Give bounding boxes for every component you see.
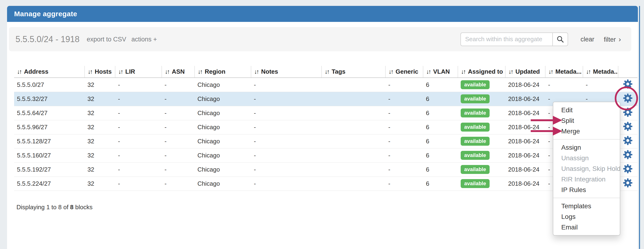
cell-asn: -: [162, 78, 194, 92]
cell-generic: -: [386, 106, 423, 120]
clear-button[interactable]: clear: [580, 36, 594, 43]
gear-icon: [623, 150, 632, 159]
cell-tags: [322, 176, 386, 191]
cell-lir: -: [115, 78, 162, 92]
cell-address: 5.5.5.96/27: [14, 120, 84, 134]
cell-lir: -: [115, 120, 162, 134]
cell-metadata1: -: [545, 78, 583, 92]
cell-generic: -: [386, 120, 423, 134]
row-actions-gear-button[interactable]: [623, 136, 632, 145]
row-actions-gear-button[interactable]: [623, 164, 632, 173]
cell-hosts: 32: [84, 106, 115, 120]
menu-item-logs[interactable]: Logs: [553, 211, 620, 222]
filter-button[interactable]: filter›: [604, 35, 621, 43]
actions-dropdown-button[interactable]: actions +: [132, 36, 157, 43]
column-header-lir[interactable]: ↓↑LIR: [115, 66, 162, 78]
table-row[interactable]: 5.5.5.128/2732--Chicago--6available2018-…: [14, 134, 638, 148]
cell-actions: [618, 106, 638, 120]
column-header-metada[interactable]: ↓↑Metada...: [545, 66, 583, 78]
row-actions-gear-button[interactable]: [623, 93, 632, 103]
table-row[interactable]: 5.5.5.64/2732--Chicago--6available2018-0…: [14, 106, 638, 120]
results-summary: Displaying 1 to 8 of 8 blocks: [16, 203, 92, 211]
column-label: ASN: [172, 68, 185, 75]
menu-item-ip-rules[interactable]: IP Rules: [553, 184, 620, 195]
cell-vlan: 6: [423, 92, 458, 106]
cell-assigned_to: available: [458, 78, 505, 92]
table-row[interactable]: 5.5.5.224/2732--Chicago--6available2018-…: [14, 176, 638, 191]
column-header-actions: [618, 66, 638, 78]
cell-updated: 2018-06-24: [505, 148, 545, 162]
menu-item-merge[interactable]: Merge: [553, 126, 620, 136]
sort-icon: ↓↑: [508, 68, 512, 75]
cell-updated: 2018-06-24: [505, 106, 545, 120]
cell-region: Chicago: [194, 148, 251, 162]
column-label: Region: [205, 68, 226, 75]
sort-icon: ↓↑: [165, 68, 169, 75]
cell-metadata2: -: [583, 78, 618, 92]
cell-vlan: 6: [423, 106, 458, 120]
column-label: Hosts: [95, 68, 112, 75]
sort-icon: ↓↑: [198, 68, 202, 75]
cell-tags: [322, 120, 386, 134]
column-header-updated[interactable]: ↓↑Updated: [505, 66, 545, 78]
table-row[interactable]: 5.5.5.192/2732--Chicago--6available2018-…: [14, 162, 638, 176]
menu-item-edit[interactable]: Edit: [553, 105, 620, 115]
sort-icon: ↓↑: [17, 68, 21, 75]
column-header-assigned-to[interactable]: ↓↑Assigned to: [458, 66, 505, 78]
column-header-asn[interactable]: ↓↑ASN: [162, 66, 194, 78]
sort-icon: ↓↑: [254, 68, 258, 75]
cell-vlan: 6: [423, 176, 458, 191]
sort-icon: ↓↑: [586, 68, 590, 75]
table-row[interactable]: 5.5.5.160/2732--Chicago--6available2018-…: [14, 148, 638, 162]
menu-item-assign[interactable]: Assign: [553, 142, 620, 153]
column-header-metada[interactable]: ↓↑Metada...: [583, 66, 618, 78]
row-actions-gear-button[interactable]: [623, 79, 632, 89]
gear-icon: [623, 79, 632, 89]
row-actions-gear-button[interactable]: [623, 178, 632, 188]
column-header-tags[interactable]: ↓↑Tags: [322, 66, 386, 78]
status-badge: available: [461, 165, 490, 174]
search-input[interactable]: [460, 33, 552, 46]
cell-vlan: 6: [423, 148, 458, 162]
row-actions-gear-button[interactable]: [623, 122, 632, 131]
search-group: [460, 33, 568, 46]
gear-icon: [623, 164, 632, 173]
column-header-vlan[interactable]: ↓↑VLAN: [423, 66, 458, 78]
export-csv-button[interactable]: export to CSV: [87, 36, 126, 43]
cell-generic: -: [386, 162, 423, 176]
cell-updated: 2018-06-24: [505, 120, 545, 134]
cell-generic: -: [386, 148, 423, 162]
cell-lir: -: [115, 134, 162, 148]
column-header-region[interactable]: ↓↑Region: [194, 66, 251, 78]
column-header-notes[interactable]: ↓↑Notes: [251, 66, 322, 78]
cell-asn: -: [162, 92, 194, 106]
menu-item-templates[interactable]: Templates: [553, 201, 620, 211]
cell-notes: -: [251, 92, 322, 106]
table-header-row: ↓↑Address↓↑Hosts↓↑LIR↓↑ASN↓↑Region↓↑Note…: [14, 66, 638, 78]
cell-hosts: 32: [84, 162, 115, 176]
column-header-generic[interactable]: ↓↑Generic: [386, 66, 423, 78]
search-button[interactable]: [552, 33, 568, 46]
cell-address: 5.5.5.64/27: [14, 106, 84, 120]
column-header-hosts[interactable]: ↓↑Hosts: [84, 66, 115, 78]
cell-region: Chicago: [194, 176, 251, 191]
cell-address: 5.5.5.0/27: [14, 78, 84, 92]
cell-hosts: 32: [84, 148, 115, 162]
table-row[interactable]: 5.5.5.96/2732--Chicago--6available2018-0…: [14, 120, 638, 134]
manage-aggregate-panel: Manage aggregate 5.5.5.0/24 - 1918 expor…: [7, 6, 638, 249]
cell-hosts: 32: [84, 78, 115, 92]
table-row[interactable]: 5.5.5.0/2732--Chicago--6available2018-06…: [14, 78, 638, 92]
cell-hosts: 32: [84, 134, 115, 148]
column-header-address[interactable]: ↓↑Address: [14, 66, 84, 78]
row-actions-gear-button[interactable]: [623, 150, 632, 159]
sort-icon: ↓↑: [548, 68, 552, 75]
row-actions-gear-button[interactable]: [623, 108, 632, 117]
table-row[interactable]: 5.5.5.32/2732--Chicago--6available2018-0…: [14, 92, 638, 106]
cell-notes: -: [251, 78, 322, 92]
scrollbar[interactable]: [639, 6, 640, 249]
row-context-menu: EditSplitMergeAssignUnassignUnassign, Sk…: [553, 102, 620, 235]
menu-item-email[interactable]: Email: [553, 222, 620, 232]
menu-item-split[interactable]: Split: [553, 115, 620, 126]
blocks-table: ↓↑Address↓↑Hosts↓↑LIR↓↑ASN↓↑Region↓↑Note…: [14, 66, 638, 191]
cell-assigned_to: available: [458, 134, 505, 148]
